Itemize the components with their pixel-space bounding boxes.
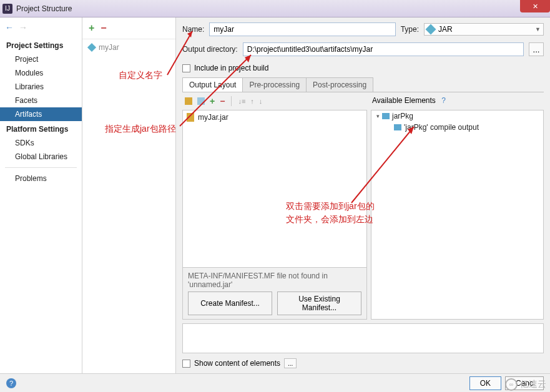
- compile-output-icon: [394, 124, 401, 130]
- sidebar-heading-platform: Platform Settings: [0, 121, 82, 136]
- nav-forward-icon[interactable]: →: [19, 22, 27, 32]
- browse-button[interactable]: ...: [529, 42, 544, 56]
- tree-expand-icon[interactable]: ▾: [376, 113, 380, 119]
- close-button[interactable]: ✕: [520, 0, 550, 12]
- sort-icon[interactable]: ↓≡: [238, 97, 245, 105]
- help-link[interactable]: ?: [441, 96, 446, 105]
- titlebar: IJ Project Structure ✕: [0, 0, 550, 17]
- app-icon: IJ: [2, 4, 12, 14]
- outdir-label: Output directory:: [182, 45, 238, 54]
- remove-artifact-button[interactable]: −: [101, 22, 106, 34]
- window-title: Project Structure: [16, 4, 72, 13]
- show-content-checkbox[interactable]: [182, 360, 190, 368]
- move-down-icon[interactable]: ↓: [259, 97, 263, 105]
- sidebar-item-libraries[interactable]: Libraries: [0, 80, 82, 94]
- sidebar-heading-project: Project Settings: [0, 37, 82, 52]
- jar-type-icon: [426, 24, 436, 35]
- module-icon: [382, 113, 390, 119]
- sidebar-item-sdks[interactable]: SDKs: [0, 136, 82, 150]
- artifact-icon: [87, 43, 96, 52]
- jar-file-label: myJar.jar: [198, 113, 228, 122]
- sidebar-item-global-libraries[interactable]: Global Libraries: [0, 150, 82, 164]
- include-label: Include in project build: [194, 64, 268, 72]
- tree-root[interactable]: ▾ jarPkg: [371, 110, 543, 122]
- type-select[interactable]: JAR ▼: [424, 23, 544, 36]
- add-artifact-button[interactable]: +: [89, 22, 94, 34]
- sidebar-item-artifacts[interactable]: Artifacts: [0, 107, 82, 121]
- show-content-label: Show content of elements: [194, 359, 280, 368]
- sidebar-item-facets[interactable]: Facets: [0, 94, 82, 107]
- show-content-options-button[interactable]: ...: [284, 358, 297, 368]
- sidebar-item-modules[interactable]: Modules: [0, 66, 82, 80]
- output-layout-panel: myJar.jar META-INF/MANIFEST.MF file not …: [182, 110, 367, 320]
- tab-output-layout[interactable]: Output Layout: [182, 77, 243, 92]
- layout-add-button[interactable]: +: [210, 96, 215, 106]
- manifest-message: META-INF/MANIFEST.MF file not found in '…: [188, 272, 361, 289]
- help-icon[interactable]: ?: [6, 378, 16, 388]
- available-elements-panel: ▾ jarPkg 'jarPkg' compile output: [371, 110, 544, 320]
- footer: ? OK Canc: [0, 373, 550, 392]
- tab-pre-processing[interactable]: Pre-processing: [242, 77, 307, 92]
- new-archive-icon[interactable]: [197, 97, 205, 105]
- watermark: ∞ 亿速云: [505, 378, 546, 391]
- outdir-input[interactable]: [243, 42, 524, 56]
- move-up-icon[interactable]: ↑: [250, 97, 254, 105]
- nav-back-icon[interactable]: ←: [5, 22, 14, 32]
- chevron-down-icon: ▼: [535, 26, 541, 32]
- new-folder-icon[interactable]: [185, 97, 192, 105]
- include-checkbox[interactable]: [182, 64, 190, 72]
- tree-child-label: 'jarPkg' compile output: [404, 123, 479, 132]
- create-manifest-button[interactable]: Create Manifest...: [188, 292, 272, 315]
- watermark-text: 亿速云: [520, 379, 546, 390]
- jar-file-icon: [187, 113, 194, 122]
- name-label: Name:: [182, 25, 204, 34]
- artifacts-list: + − myJar: [82, 17, 176, 373]
- sidebar: ← → Project Settings Project Modules Lib…: [0, 17, 82, 373]
- sidebar-item-problems[interactable]: Problems: [0, 172, 82, 185]
- tree-child[interactable]: 'jarPkg' compile output: [371, 122, 543, 133]
- name-input[interactable]: [209, 22, 395, 36]
- ok-button[interactable]: OK: [469, 376, 501, 390]
- artifact-label: myJar: [99, 43, 119, 52]
- jar-file-item[interactable]: myJar.jar: [187, 113, 363, 122]
- artifact-item[interactable]: myJar: [82, 39, 175, 56]
- layout-remove-button[interactable]: −: [220, 96, 225, 106]
- use-manifest-button[interactable]: Use Existing Manifest...: [277, 292, 361, 315]
- tree-root-label: jarPkg: [392, 112, 413, 120]
- available-elements-label: Available Elements: [372, 96, 436, 105]
- details-panel: [182, 323, 544, 353]
- sidebar-item-project[interactable]: Project: [0, 52, 82, 66]
- type-label: Type:: [401, 25, 419, 34]
- type-value: JAR: [438, 25, 453, 34]
- main-panel: Name: Type: JAR ▼ Output directory: ... …: [176, 17, 550, 373]
- tab-post-processing[interactable]: Post-processing: [306, 77, 373, 92]
